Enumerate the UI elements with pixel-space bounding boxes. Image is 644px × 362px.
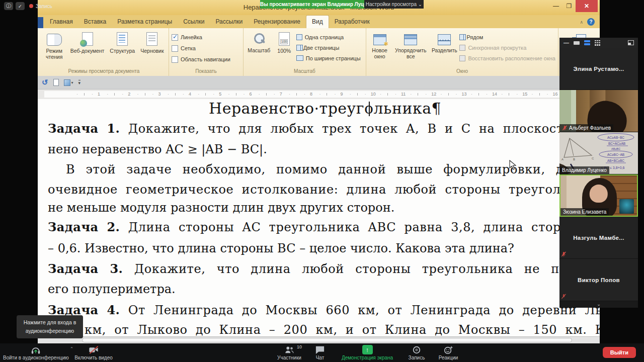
view-settings-dropdown[interactable]: Настройки просмотра ⌄ [364,0,424,9]
help-icon[interactable]: ? [587,18,595,26]
popout-icon[interactable] [628,40,634,45]
security-shield-icon[interactable]: ✓ [16,2,25,10]
text-cursor [369,102,370,116]
undo-icon[interactable]: ↺ [42,78,48,87]
participant-tile-albert[interactable]: Альберт Фазлыев [559,90,638,132]
ruler-tick [418,93,418,96]
sync-scroll-button[interactable]: Синхронная прокрутка [459,42,555,53]
participant-tile-vladimir[interactable]: A B C AC≥AB−BC BC+AC≥AB AB≥BC AC≥BC−AB A… [559,132,638,174]
ribbon-corner-controls: ∧ ? [580,18,595,26]
ruler-tick [327,93,327,96]
audio-options-chevron[interactable]: ⌃ [70,346,74,351]
ruler-tick [509,93,509,96]
chat-button[interactable]: Чат [307,343,333,360]
leave-button[interactable]: Выйти [603,347,636,358]
participant-tile-elina[interactable]: Элина Рустамо... [559,48,638,90]
page-width-button[interactable]: По ширине страницы [296,53,361,63]
collapse-ribbon-icon[interactable]: ∧ [580,20,583,25]
zoom-button[interactable]: Масштаб [246,30,272,53]
ruler-tick: · [183,92,184,97]
gallery-view-icon[interactable] [584,40,590,45]
tab-razrabotchik[interactable]: Разработчик [329,16,375,28]
insert-object-icon[interactable]: ▾ [64,79,73,86]
view-side-by-side-button[interactable]: Рядом [459,32,555,42]
ruler-tick: · [228,92,230,97]
horizontal-scrollbar[interactable] [38,336,600,343]
ruler-tick: · [319,92,320,97]
read-mode-icon [47,34,62,46]
side-by-side-icon [459,34,464,40]
scrollbar-thumb[interactable] [82,338,572,342]
ruler[interactable]: 1··2··3··4··5··6··7··8··9··10··11··12··1… [44,91,575,98]
read-mode-button[interactable]: Режим чтения [42,30,67,60]
ruler-tick: · [471,92,472,97]
tab-recenzirovanie[interactable]: Рецензирование [248,16,306,28]
ribbon: Режим чтения Веб-документ Структура Черн… [38,28,600,76]
two-pages-button[interactable]: Две страницы [296,42,361,53]
participants-button[interactable]: 10 Участники [272,343,307,360]
participant-tile-viktor[interactable]: Виктор Попов [559,259,638,301]
ribbon-tab-row: Главная Вставка Разметка страницы Ссылки… [38,15,600,28]
gridlines-checkbox[interactable]: Сетка [172,43,230,54]
ruler-tick: · [213,92,214,97]
reset-position-button[interactable]: Восстановить расположение окна [459,53,555,63]
record-button[interactable]: Запись [401,343,432,360]
participant-tile-nazgul[interactable]: Назгуль Мамбе... [559,217,638,259]
tab-glavnaya[interactable]: Главная [44,16,78,28]
nav-pane-checkbox[interactable]: Область навигации [172,54,230,65]
participant-tile-zyuzina[interactable]: Зюзина Елизавета [559,174,638,217]
close-button[interactable]: ✕ [576,0,598,12]
split-button[interactable]: Разделить [431,30,458,53]
ruler-tick: · [152,92,154,97]
tab-razmetka[interactable]: Разметка страницы [112,16,178,28]
file-tab[interactable] [38,17,43,28]
reactions-button[interactable]: Реакции [432,343,465,360]
zoom-100-button[interactable]: 100% [274,30,295,54]
customize-toolbar-icon[interactable]: ▾ [78,80,81,85]
speaker-view-icon[interactable] [574,41,580,45]
svg-text:AB+BC≥BC: AB+BC≥BC [607,159,624,162]
maximize-button[interactable]: ❐ [562,0,576,12]
arrange-all-button[interactable]: Упорядочить все [392,30,429,59]
participant-name: Зюзина Елизавета [563,209,606,215]
ruler-tick: · [289,92,290,97]
ruler-tick: · [441,92,442,97]
ruler-number: 16 [553,92,558,97]
muted-mic-icon [561,294,567,299]
ruler-tick: · [547,92,548,97]
ruler-tick [266,93,267,96]
start-video-button[interactable]: Включить видео [74,343,113,360]
share-screen-button[interactable]: ↑ Демонстрация экрана [333,343,401,360]
draft-button[interactable]: Черновик [138,30,166,54]
tab-vid[interactable]: Вид [306,15,329,28]
document-title: Неравенство·треугольника¶ [209,100,441,117]
outline-button[interactable]: Структура [108,30,137,54]
join-audio-button[interactable]: Войти в аудиоконференцию [3,343,69,360]
ruler-tick [448,93,449,96]
svg-text:AC≥AB−BC: AC≥AB−BC [607,136,624,139]
minimize-button[interactable]: — [549,0,562,12]
tab-rassylki[interactable]: Рассылки [210,16,248,28]
ruler-number: 12 [431,92,436,97]
new-document-icon[interactable] [53,79,59,86]
ruler-number: 6 [250,92,252,97]
new-window-button[interactable]: Новое окно [369,30,390,59]
document-page[interactable]: Неравенство·треугольника¶ Задача 1. Дока… [38,99,600,336]
tab-ssylki[interactable]: Ссылки [178,16,210,28]
ruler-number: 5 [219,92,221,97]
participants-icon [284,345,295,354]
screen-share-banner: Вы просматриваете экран Владимир Луценко [260,0,364,9]
meeting-info-icon[interactable]: ⓘ [4,2,13,10]
group-window: Новое окно Упорядочить все Разделить Ряд… [366,28,558,76]
ruler-number: 3 [158,92,161,97]
ruler-checkbox[interactable]: Линейка [172,32,230,43]
grid-view-icon[interactable] [595,40,600,46]
participants-panel: — Элина Рустамо... Альберт Фазлыев A B [559,38,638,308]
camera-off-icon [88,345,99,354]
recording-dot [29,4,33,8]
one-page-button[interactable]: Одна страница [296,32,361,42]
web-layout-button[interactable]: Веб-документ [68,30,107,54]
minimize-strip-icon[interactable]: — [564,40,569,46]
tab-vstavka[interactable]: Вставка [78,16,112,28]
scroll-participants-chevron[interactable]: ⌄ [559,301,638,308]
